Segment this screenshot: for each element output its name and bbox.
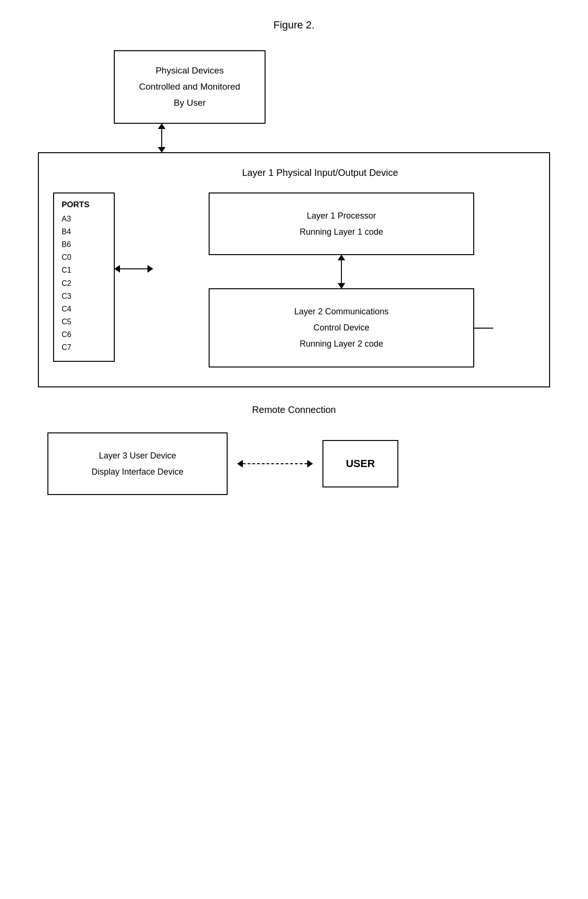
port-c6: C6	[62, 328, 106, 341]
layer1-outer-box: Layer 1 Physical Input/Output Device POR…	[38, 152, 550, 387]
physical-devices-line3: By User	[124, 95, 255, 111]
layer2-line2: Control Device	[219, 320, 464, 336]
port-c0: C0	[62, 251, 106, 264]
dashed-arrow-layer3-user	[237, 463, 313, 464]
layer1-processor-line1: Layer 1 Processor	[219, 208, 464, 224]
layer1-processor-box: Layer 1 Processor Running Layer 1 code	[209, 193, 474, 255]
layer3-line2: Display Interface Device	[58, 464, 217, 480]
port-c1: C1	[62, 264, 106, 276]
physical-devices-line1: Physical Devices	[124, 63, 255, 79]
layer2-right-extension	[473, 328, 493, 329]
remote-connection-label: Remote Connection	[38, 404, 550, 415]
physical-devices-box: Physical Devices Controlled and Monitore…	[114, 50, 266, 124]
arrow-processor-to-layer2	[341, 255, 342, 288]
dashed-arrow-left-head	[237, 460, 243, 468]
layer3-box: Layer 3 User Device Display Interface De…	[47, 432, 228, 495]
physical-devices-line2: Controlled and Monitored	[124, 79, 255, 95]
port-c3: C3	[62, 290, 106, 303]
diagram-container: Figure 2. Physical Devices Controlled an…	[0, 0, 588, 899]
port-a3: A3	[62, 212, 106, 225]
layer1-processor-line2: Running Layer 1 code	[219, 224, 464, 240]
layer2-line1: Layer 2 Communications	[219, 303, 464, 320]
port-b4: B4	[62, 225, 106, 238]
dashed-line	[243, 463, 307, 464]
figure-title: Figure 2.	[38, 19, 550, 31]
dashed-arrow-right-head	[307, 460, 313, 468]
arrow-ports-to-processor	[115, 268, 153, 269]
port-b6: B6	[62, 238, 106, 251]
layer2-line3: Running Layer 2 code	[219, 336, 464, 352]
user-label: USER	[322, 440, 398, 487]
ports-box: PORTS A3 B4 B6 C0 C1 C2 C3 C4 C5 C6 C7	[53, 193, 115, 362]
layer2-box: Layer 2 Communications Control Device Ru…	[209, 288, 474, 367]
layer3-line1: Layer 3 User Device	[58, 448, 217, 464]
port-c5: C5	[62, 315, 106, 328]
layer1-right-section: Layer 1 Processor Running Layer 1 code L…	[153, 193, 530, 367]
arrow-physical-to-layer1	[161, 124, 162, 152]
bottom-section: Layer 3 User Device Display Interface De…	[38, 432, 550, 495]
port-c4: C4	[62, 303, 106, 315]
port-c7: C7	[62, 341, 106, 354]
ports-label: PORTS	[62, 200, 106, 210]
port-c2: C2	[62, 277, 106, 290]
layer1-outer-title: Layer 1 Physical Input/Output Device	[110, 167, 530, 178]
layer1-inner-area: PORTS A3 B4 B6 C0 C1 C2 C3 C4 C5 C6 C7 L…	[53, 193, 530, 367]
